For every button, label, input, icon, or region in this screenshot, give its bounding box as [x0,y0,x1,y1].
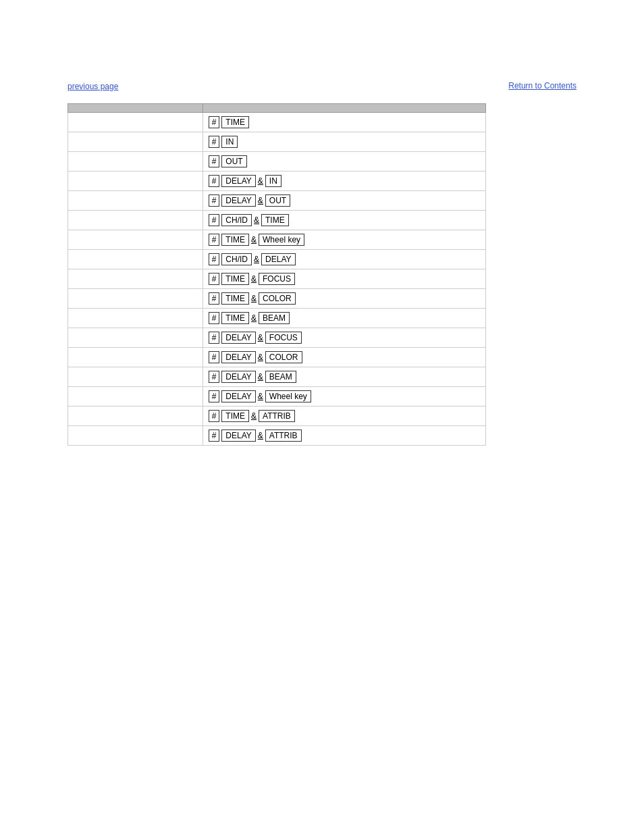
hash-key: # [209,116,220,128]
table-row: #TIME [68,113,486,132]
keyboard-key: Wheel key [265,390,311,402]
row-label [68,211,203,230]
row-keys: #DELAY&IN [203,172,485,191]
col-header-left [68,104,203,113]
keyboard-key: TIME [221,116,249,128]
table-row: #TIME&COLOR [68,289,486,309]
row-keys: #TIME&Wheel key [203,230,485,250]
hash-key: # [209,332,220,344]
row-keys: #DELAY&ATTRIB [203,426,485,446]
keyboard-key: TIME [221,234,249,246]
table-row: #OUT [68,152,486,172]
keyboard-key: ATTRIB [259,410,295,422]
table-container: #TIME#IN#OUT#DELAY&IN#DELAY&OUT#CH/ID&TI… [68,103,486,446]
row-keys: #CH/ID&TIME [203,211,485,230]
table-row: #TIME&ATTRIB [68,407,486,426]
keyboard-key: BEAM [259,312,290,324]
keyboard-key: IN [221,136,238,148]
row-label [68,289,203,309]
row-label [68,328,203,348]
hash-key: # [209,234,220,246]
row-label [68,113,203,132]
table-row: #DELAY&Wheel key [68,387,486,407]
previous-page-link[interactable]: previous page [68,82,118,91]
ampersand: & [251,313,257,323]
ampersand: & [251,274,257,284]
table-row: #IN [68,132,486,152]
table-row: #DELAY&FOCUS [68,328,486,348]
table-row: #TIME&FOCUS [68,269,486,289]
row-keys: #DELAY&COLOR [203,348,485,367]
table-row: #DELAY&OUT [68,191,486,211]
row-label [68,407,203,426]
hash-key: # [209,273,220,285]
hash-key: # [209,371,220,383]
row-label [68,250,203,269]
keyboard-key: FOCUS [259,273,295,285]
table-row: #CH/ID&DELAY [68,250,486,269]
row-keys: #TIME&ATTRIB [203,407,485,426]
ampersand: & [258,176,263,186]
ampersand: & [258,196,263,205]
keyboard-key: BEAM [265,371,296,383]
row-label [68,172,203,191]
row-keys: #TIME&BEAM [203,309,485,328]
keyboard-key: ATTRIB [265,429,302,442]
row-keys: #TIME&FOCUS [203,269,485,289]
ampersand: & [254,215,259,225]
row-keys: #DELAY&BEAM [203,367,485,387]
keyboard-key: COLOR [265,351,302,363]
hash-key: # [209,429,220,442]
keyboard-key: CH/ID [221,253,252,265]
keyboard-key: OUT [221,155,246,167]
ampersand: & [251,235,257,244]
table-row: #DELAY&COLOR [68,348,486,367]
hash-key: # [209,155,220,167]
return-to-contents-link[interactable]: Return to Contents [508,81,576,90]
row-label [68,152,203,172]
ampersand: & [251,411,257,421]
row-keys: #TIME&COLOR [203,289,485,309]
table-row: #TIME&Wheel key [68,230,486,250]
hash-key: # [209,351,220,363]
ampersand: & [258,372,263,382]
keyboard-key: TIME [261,214,289,226]
keyboard-key: DELAY [221,390,255,402]
row-label [68,132,203,152]
keyboard-key: DELAY [221,351,255,363]
row-label [68,191,203,211]
keyboard-key: DELAY [221,429,255,442]
row-label [68,309,203,328]
ampersand: & [254,255,259,264]
table-row: #DELAY&BEAM [68,367,486,387]
ampersand: & [258,353,263,362]
keyboard-key: IN [265,175,281,187]
row-label [68,367,203,387]
row-label [68,387,203,407]
hash-key: # [209,136,220,148]
hash-key: # [209,194,220,207]
row-keys: #DELAY&FOCUS [203,328,485,348]
keyboard-key: TIME [221,312,249,324]
keyboard-key: TIME [221,292,249,305]
keyboard-key: Wheel key [259,234,304,246]
hash-key: # [209,410,220,422]
keyboard-key: DELAY [221,194,255,207]
hash-key: # [209,312,220,324]
row-keys: #DELAY&Wheel key [203,387,485,407]
row-label [68,230,203,250]
table-row: #CH/ID&TIME [68,211,486,230]
keyboard-key: DELAY [261,253,295,265]
row-label [68,269,203,289]
keyboard-key: FOCUS [265,332,302,344]
hash-key: # [209,214,220,226]
hash-key: # [209,253,220,265]
keyboard-key: OUT [265,194,290,207]
keyboard-key: DELAY [221,332,255,344]
ampersand: & [258,431,263,440]
keyboard-key: COLOR [259,292,296,305]
hash-key: # [209,292,220,305]
table-row: #DELAY&ATTRIB [68,426,486,446]
row-label [68,348,203,367]
row-keys: #DELAY&OUT [203,191,485,211]
